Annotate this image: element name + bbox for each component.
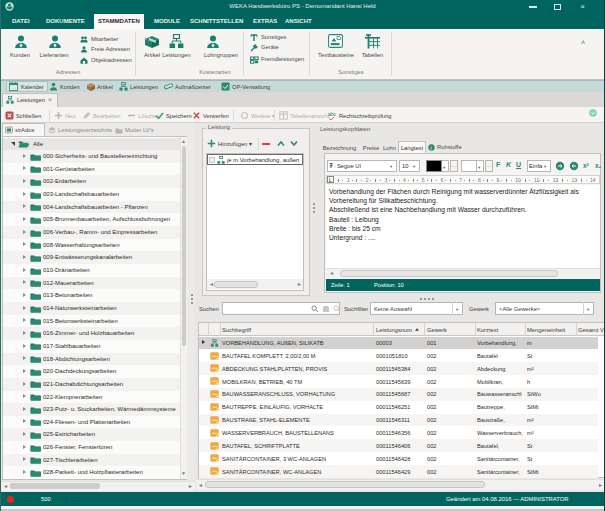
svg-text:abc: abc <box>328 111 337 117</box>
